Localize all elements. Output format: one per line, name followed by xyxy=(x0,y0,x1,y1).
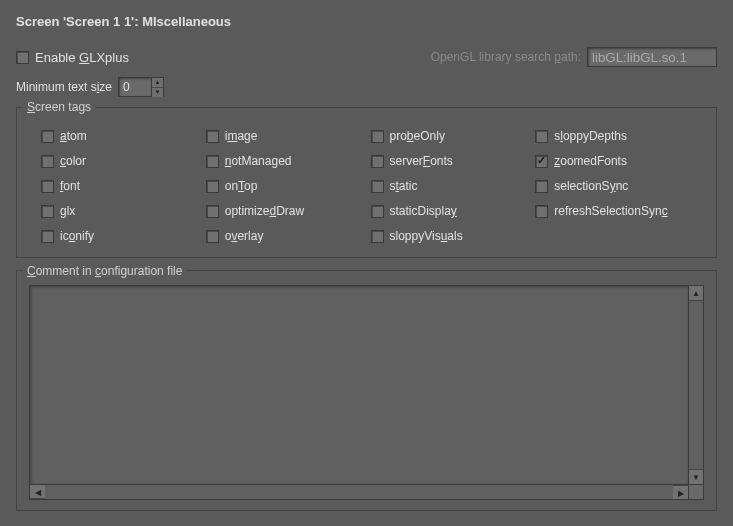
enable-glxplus-checkbox[interactable] xyxy=(16,51,29,64)
tag-label: sloppyDepths xyxy=(554,129,627,143)
tag-checkbox[interactable] xyxy=(206,230,219,243)
scroll-left-icon[interactable]: ◀ xyxy=(30,485,45,499)
tag-item: optimizedDraw xyxy=(206,204,363,218)
opengl-path-label: OpenGL library search path: xyxy=(431,50,581,64)
tag-label: image xyxy=(225,129,258,143)
panel-title: Screen 'Screen 1 1': MIscellaneous xyxy=(16,14,717,29)
tag-checkbox[interactable] xyxy=(41,130,54,143)
tag-label: color xyxy=(60,154,86,168)
comment-title: Comment in configuration file xyxy=(23,264,186,278)
tag-label: static xyxy=(390,179,418,193)
tag-checkbox[interactable] xyxy=(535,130,548,143)
tag-checkbox[interactable] xyxy=(206,180,219,193)
tag-label: serverFonts xyxy=(390,154,453,168)
tag-label: staticDisplay xyxy=(390,204,457,218)
screen-tags-group: Screen tags atomimageprobeOnlysloppyDept… xyxy=(16,107,717,258)
tag-label: probeOnly xyxy=(390,129,445,143)
min-text-size-input[interactable] xyxy=(119,78,151,96)
tag-item: sloppyVisuals xyxy=(371,229,528,243)
tag-label: overlay xyxy=(225,229,264,243)
tag-item: probeOnly xyxy=(371,129,528,143)
scroll-corner xyxy=(689,485,704,500)
tag-checkbox[interactable] xyxy=(206,155,219,168)
tag-checkbox[interactable] xyxy=(371,180,384,193)
tag-item: selectionSync xyxy=(535,179,692,193)
tag-item: static xyxy=(371,179,528,193)
tag-checkbox[interactable] xyxy=(371,130,384,143)
tag-item: refreshSelectionSync xyxy=(535,204,692,218)
tag-checkbox[interactable] xyxy=(535,155,548,168)
comment-group: Comment in configuration file ▲ ▼ ◀ ▶ xyxy=(16,270,717,511)
scroll-track[interactable] xyxy=(45,485,673,499)
comment-textarea[interactable] xyxy=(29,285,689,485)
scroll-right-icon[interactable]: ▶ xyxy=(673,485,688,499)
spinner-down-icon[interactable]: ▼ xyxy=(152,88,163,97)
tag-label: refreshSelectionSync xyxy=(554,204,667,218)
tag-item: staticDisplay xyxy=(371,204,528,218)
horizontal-scrollbar[interactable]: ◀ ▶ xyxy=(29,485,689,500)
tag-item: font xyxy=(41,179,198,193)
tag-label: iconify xyxy=(60,229,94,243)
tag-label: font xyxy=(60,179,80,193)
tag-checkbox[interactable] xyxy=(41,155,54,168)
tag-checkbox[interactable] xyxy=(371,205,384,218)
tag-item: glx xyxy=(41,204,198,218)
tag-item: notManaged xyxy=(206,154,363,168)
tag-item: image xyxy=(206,129,363,143)
tag-checkbox[interactable] xyxy=(206,130,219,143)
tag-item: sloppyDepths xyxy=(535,129,692,143)
spinner-up-icon[interactable]: ▲ xyxy=(152,78,163,88)
scroll-up-icon[interactable]: ▲ xyxy=(689,286,703,301)
tag-label: glx xyxy=(60,204,75,218)
vertical-scrollbar[interactable]: ▲ ▼ xyxy=(689,285,704,485)
tag-checkbox[interactable] xyxy=(41,205,54,218)
enable-glxplus-label: Enable GLXplus xyxy=(35,50,129,65)
tag-item: iconify xyxy=(41,229,198,243)
tag-label: sloppyVisuals xyxy=(390,229,463,243)
tag-checkbox[interactable] xyxy=(41,180,54,193)
min-text-size-label: Minimum text size xyxy=(16,80,112,94)
tag-label: onTop xyxy=(225,179,258,193)
tag-label: atom xyxy=(60,129,87,143)
tag-label: selectionSync xyxy=(554,179,628,193)
tag-item: color xyxy=(41,154,198,168)
tag-item: atom xyxy=(41,129,198,143)
tag-checkbox[interactable] xyxy=(535,180,548,193)
tag-checkbox[interactable] xyxy=(371,155,384,168)
tag-checkbox[interactable] xyxy=(41,230,54,243)
tag-item: serverFonts xyxy=(371,154,528,168)
screen-tags-title: Screen tags xyxy=(23,100,95,114)
tag-item: zoomedFonts xyxy=(535,154,692,168)
tag-checkbox[interactable] xyxy=(535,205,548,218)
scroll-down-icon[interactable]: ▼ xyxy=(689,469,703,484)
tag-label: zoomedFonts xyxy=(554,154,627,168)
tag-label: optimizedDraw xyxy=(225,204,304,218)
tag-item: onTop xyxy=(206,179,363,193)
tag-label: notManaged xyxy=(225,154,292,168)
tag-checkbox[interactable] xyxy=(206,205,219,218)
tag-item: overlay xyxy=(206,229,363,243)
min-text-size-spinner[interactable]: ▲ ▼ xyxy=(118,77,164,97)
opengl-path-input[interactable] xyxy=(587,47,717,67)
scroll-track[interactable] xyxy=(689,301,703,469)
tag-checkbox[interactable] xyxy=(371,230,384,243)
